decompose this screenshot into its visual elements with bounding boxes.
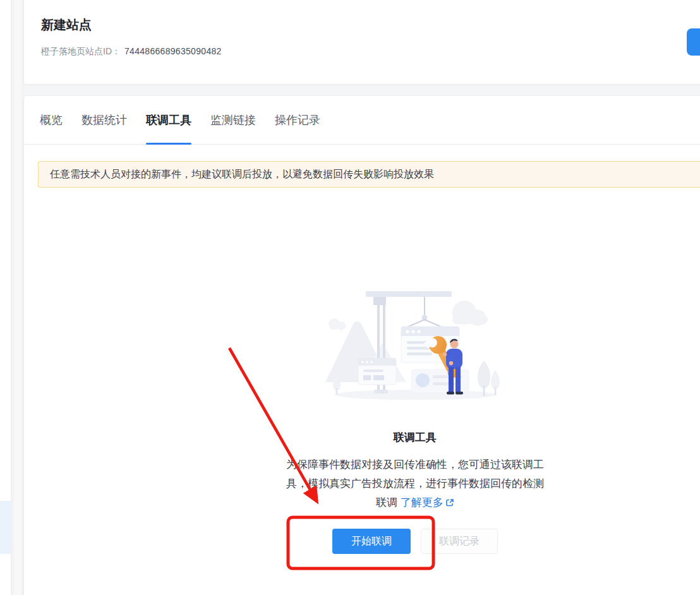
collapsed-side-panel	[0, 0, 11, 595]
tab-monitoring-links[interactable]: 监测链接	[210, 96, 256, 144]
empty-state-description: 为保障事件数据对接及回传准确性，您可通过该联调工具，模拟真实广告投放流程，进行事…	[282, 455, 548, 512]
site-id-value: 7444866689635090482	[124, 46, 222, 56]
external-link-icon	[445, 498, 454, 507]
empty-state-title: 联调工具	[282, 430, 548, 445]
start-debug-button[interactable]: 开始联调	[332, 529, 411, 554]
tab-bar: 概览 数据统计 联调工具 监测链接 操作记录	[24, 96, 700, 145]
tab-overview[interactable]: 概览	[40, 96, 63, 144]
tab-debug-tool[interactable]: 联调工具	[146, 96, 191, 144]
debug-tool-illustration	[320, 287, 510, 409]
tab-data-statistics[interactable]: 数据统计	[81, 96, 127, 144]
notice-banner-text: 任意需技术人员对接的新事件，均建议联调后投放，以避免数据回传失败影响投放效果	[50, 168, 434, 181]
sidebar-selected-item[interactable]	[0, 501, 11, 554]
page-header-card: 新建站点 橙子落地页站点ID：7444866689635090482	[24, 0, 700, 84]
main-card: 概览 数据统计 联调工具 监测链接 操作记录 任意需技术人员对接的新事件，均建议…	[24, 96, 700, 595]
empty-state-actions: 开始联调 联调记录	[282, 529, 548, 554]
left-rail-divider	[11, 0, 24, 595]
notice-banner: 任意需技术人员对接的新事件，均建议联调后投放，以避免数据回传失败影响投放效果	[38, 161, 700, 188]
tab-operation-records[interactable]: 操作记录	[275, 96, 320, 144]
topbar-primary-button-cutoff[interactable]	[687, 28, 700, 56]
debug-tool-empty-state: 联调工具 为保障事件数据对接及回传准确性，您可通过该联调工具，模拟真实广告投放流…	[282, 287, 548, 554]
debug-records-button[interactable]: 联调记录	[421, 529, 498, 554]
page-title: 新建站点	[41, 16, 92, 33]
learn-more-link[interactable]: 了解更多	[401, 496, 454, 508]
site-id-label: 橙子落地页站点ID：	[41, 46, 121, 56]
site-id-row: 橙子落地页站点ID：7444866689635090482	[41, 46, 222, 57]
